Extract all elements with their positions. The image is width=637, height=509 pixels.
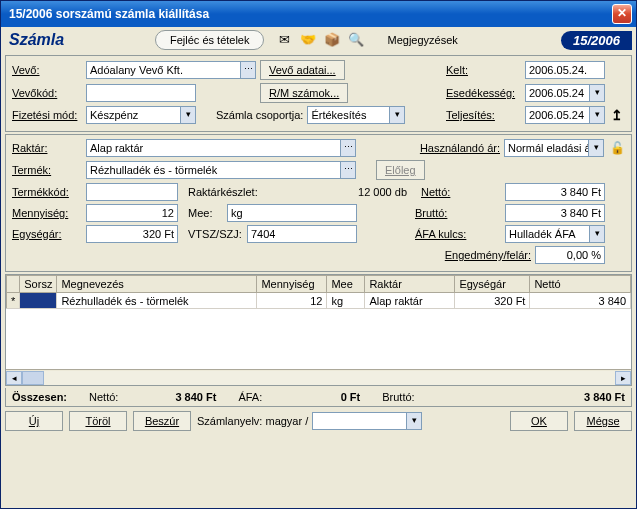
mennyiseg-label: Mennyiség:	[12, 207, 82, 219]
termekkod-label: Termékkód:	[12, 186, 82, 198]
doc-number-badge: 15/2006	[561, 31, 632, 50]
uj-button[interactable]: Új	[5, 411, 63, 431]
torol-button[interactable]: Töröl	[69, 411, 127, 431]
cell-netto[interactable]: 3 840	[530, 293, 631, 309]
netto-input[interactable]	[505, 183, 605, 201]
item-section: Raktár: Alap raktár ⋯ Használandó ár: No…	[5, 134, 632, 272]
egysegar-input[interactable]	[86, 225, 178, 243]
arrow-up-icon[interactable]: ↥	[609, 107, 625, 123]
raktar-combo[interactable]: Alap raktár ⋯	[86, 139, 356, 157]
header-section: Vevő: Adóalany Vevő Kft. ⋯ Vevő adatai..…	[5, 55, 632, 132]
brutto-input[interactable]	[505, 204, 605, 222]
fizmod-label: Fizetési mód:	[12, 109, 82, 121]
scroll-left-icon[interactable]: ◂	[6, 371, 22, 385]
preview-icon[interactable]: 🔍	[348, 32, 364, 48]
csoport-label: Számla csoportja:	[216, 109, 303, 121]
col-netto[interactable]: Nettó	[530, 276, 631, 293]
col-raktar[interactable]: Raktár	[365, 276, 455, 293]
chevron-down-icon[interactable]: ▾	[589, 107, 604, 123]
h-scrollbar[interactable]: ◂ ▸	[6, 369, 631, 385]
mennyiseg-input[interactable]	[86, 204, 178, 222]
cell-sorsz[interactable]	[20, 293, 57, 309]
engedmeny-label: Engedmény/felár:	[445, 249, 531, 261]
cell-megnev[interactable]: Rézhulladék és - törmelék	[57, 293, 257, 309]
rm-szamok-button[interactable]: R/M számok...	[260, 83, 348, 103]
chevron-down-icon[interactable]: ▾	[589, 226, 604, 242]
totals-brutto-label: Bruttó:	[382, 391, 414, 403]
beszur-button[interactable]: Beszúr	[133, 411, 191, 431]
app-label: Számla	[5, 31, 155, 49]
mee-label: Mee:	[188, 207, 223, 219]
items-grid[interactable]: Sorsz Megnevezés Mennyiség Mee Raktár Eg…	[5, 274, 632, 386]
tab-notes[interactable]: Megjegyzések	[372, 30, 472, 50]
ellipsis-icon[interactable]: ⋯	[340, 140, 355, 156]
mail-icon[interactable]: ✉	[276, 32, 292, 48]
vevokod-input[interactable]	[86, 84, 196, 102]
col-mee[interactable]: Mee	[327, 276, 365, 293]
megse-button[interactable]: Mégse	[574, 411, 632, 431]
netto-label: Nettó:	[421, 186, 466, 198]
col-megnev[interactable]: Megnevezés	[57, 276, 257, 293]
ellipsis-icon[interactable]: ⋯	[240, 62, 255, 78]
engedmeny-input[interactable]	[535, 246, 605, 264]
ellipsis-icon[interactable]: ⋯	[340, 162, 355, 178]
col-egysegar[interactable]: Egységár	[455, 276, 530, 293]
vtsz-label: VTSZ/SZJ:	[188, 228, 243, 240]
cell-mee[interactable]: kg	[327, 293, 365, 309]
chevron-down-icon[interactable]: ▾	[406, 413, 421, 429]
esedekesseg-label: Esedékesség:	[446, 87, 521, 99]
mee-input[interactable]	[227, 204, 357, 222]
brutto-label: Bruttó:	[415, 207, 460, 219]
esedekesseg-date[interactable]: 2006.05.24 ▾	[525, 84, 605, 102]
vevo-adatai-button[interactable]: Vevő adatai...	[260, 60, 345, 80]
chevron-down-icon[interactable]: ▾	[180, 107, 195, 123]
raktarkeszlet-value: 12 000 db	[267, 186, 407, 198]
cell-menny[interactable]: 12	[257, 293, 327, 309]
teljesites-label: Teljesítés:	[446, 109, 521, 121]
titlebar: 15/2006 sorszámú számla kiállítása ✕	[1, 1, 636, 27]
totals-afa-value: 0 Ft	[270, 391, 360, 403]
osszesen-label: Összesen:	[12, 391, 67, 403]
raktar-label: Raktár:	[12, 142, 82, 154]
vtsz-input[interactable]	[247, 225, 357, 243]
box-icon[interactable]: 📦	[324, 32, 340, 48]
csoport-combo[interactable]: Értékesítés ▾	[307, 106, 405, 124]
scroll-thumb[interactable]	[22, 371, 44, 385]
cell-egysegar[interactable]: 320 Ft	[455, 293, 530, 309]
row-selector-header	[7, 276, 20, 293]
ok-button[interactable]: OK	[510, 411, 568, 431]
hasznalando-ar-combo[interactable]: Normál eladási á ▾	[504, 139, 604, 157]
tab-bar: Számla Fejléc és tételek ✉ 🤝 📦 🔍 Megjegy…	[1, 27, 636, 53]
col-sorsz[interactable]: Sorsz	[20, 276, 57, 293]
termekkod-input[interactable]	[86, 183, 178, 201]
teljesites-date[interactable]: 2006.05.24 ▾	[525, 106, 605, 124]
close-icon[interactable]: ✕	[612, 4, 632, 24]
totals-netto-value: 3 840 Ft	[126, 391, 216, 403]
totals-brutto-value: 3 840 Ft	[423, 391, 625, 403]
kelt-date[interactable]: 2006.05.24.	[525, 61, 605, 79]
lang-label: Számlanyelv: magyar /	[197, 415, 308, 427]
footer-bar: Új Töröl Beszúr Számlanyelv: magyar / ▾ …	[5, 411, 632, 431]
vevo-combo[interactable]: Adóalany Vevő Kft. ⋯	[86, 61, 256, 79]
tab-main[interactable]: Fejléc és tételek	[155, 30, 264, 50]
afa-kulcs-combo[interactable]: Hulladék ÁFA ▾	[505, 225, 605, 243]
lang-combo[interactable]: ▾	[312, 412, 422, 430]
row-marker: *	[7, 293, 20, 309]
cell-raktar[interactable]: Alap raktár	[365, 293, 455, 309]
handshake-icon[interactable]: 🤝	[300, 32, 316, 48]
chevron-down-icon[interactable]: ▾	[588, 140, 603, 156]
window-title: 15/2006 sorszámú számla kiállítása	[9, 7, 612, 21]
afa-kulcs-label: ÁFA kulcs:	[415, 228, 475, 240]
scroll-right-icon[interactable]: ▸	[615, 371, 631, 385]
vevokod-label: Vevőkód:	[12, 87, 82, 99]
unlock-icon[interactable]: 🔓	[610, 141, 625, 155]
kelt-label: Kelt:	[446, 64, 521, 76]
termek-combo[interactable]: Rézhulladék és - törmelék ⋯	[86, 161, 356, 179]
fizmod-combo[interactable]: Készpénz ▾	[86, 106, 196, 124]
hasznalando-ar-label: Használandó ár:	[420, 142, 500, 154]
col-menny[interactable]: Mennyiség	[257, 276, 327, 293]
table-row[interactable]: * Rézhulladék és - törmelék 12 kg Alap r…	[7, 293, 631, 309]
egysegar-label: Egységár:	[12, 228, 82, 240]
chevron-down-icon[interactable]: ▾	[389, 107, 404, 123]
chevron-down-icon[interactable]: ▾	[589, 85, 604, 101]
